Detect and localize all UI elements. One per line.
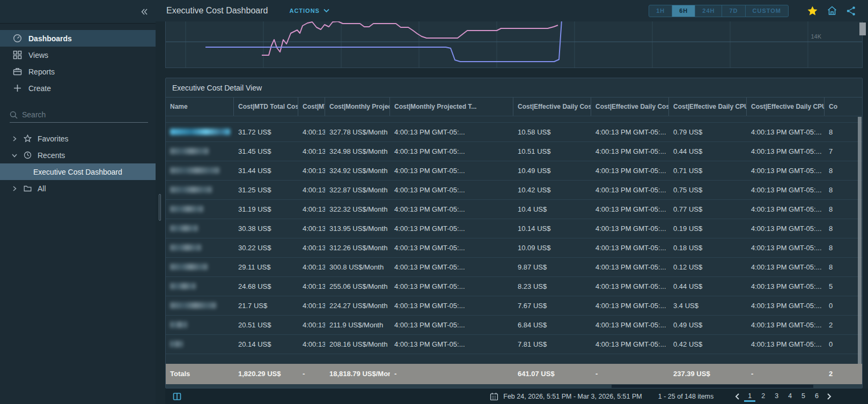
sidebar-item-create[interactable]: Create xyxy=(0,80,156,96)
table-row[interactable]: 31.44 US$4:00:13...324.92 US$/Month4:00:… xyxy=(166,161,862,181)
sidebar-item-dashboards[interactable]: Dashboards xyxy=(0,30,156,47)
date-range-picker[interactable]: Feb 24, 2026, 5:51 PM - Mar 3, 2026, 5:5… xyxy=(490,392,642,401)
chevron-right-icon[interactable] xyxy=(12,186,17,191)
table-row[interactable]: 30.22 US$4:00:13...312.26 US$/Month4:00:… xyxy=(166,238,862,258)
redacted-name-blur xyxy=(170,283,196,289)
table-row[interactable]: 31.25 US$4:00:13...322.87 US$/Month4:00:… xyxy=(166,181,862,200)
table-cell: 10.14 US$ xyxy=(513,219,591,238)
table-cell: 4:00:13 PM GMT-05:... xyxy=(747,238,825,257)
table-cell: 300.8 US$/Month xyxy=(325,258,390,276)
table-cell: 0 xyxy=(825,296,863,315)
sidebar-item-reports[interactable]: Reports xyxy=(0,63,156,80)
items-count-label: 1 - 25 of 148 items xyxy=(658,393,714,400)
table-header-row: NameCost|MTD Total Cost (US$)Cost|MTD...… xyxy=(166,98,862,116)
table-cell: 0.44 US$ xyxy=(669,142,747,161)
table-cell: 10.58 US$ xyxy=(513,123,591,141)
table-cell: 30.22 US$ xyxy=(234,238,298,257)
time-range-1h[interactable]: 1H xyxy=(649,5,672,17)
table-cell: 4:00:13 PM GMT-05:... xyxy=(591,181,669,199)
totals-cell: 641.07 US$ xyxy=(513,364,591,384)
table-cell: 21.7 US$ xyxy=(234,296,298,315)
table-cell: 4:00:13 PM GMT-05:... xyxy=(390,258,513,276)
folder-icon xyxy=(24,184,32,192)
sidebar-item-views[interactable]: Views xyxy=(0,47,156,63)
table-row[interactable]: 20.14 US$4:00:13...208.16 US$/Month4:00:… xyxy=(166,335,862,354)
column-header[interactable]: Co xyxy=(825,98,863,116)
column-header[interactable]: Cost|Effective Daily CPU ... xyxy=(747,98,825,116)
column-header[interactable]: Cost|Effective Daily Cost ... xyxy=(591,98,669,116)
totals-cell: - xyxy=(747,364,825,384)
time-range-group: 1H6H24H7DCUSTOM xyxy=(649,5,789,17)
tree-label: Recents xyxy=(38,151,65,160)
table-cell: 30.38 US$ xyxy=(234,219,298,238)
page-number-3[interactable]: 3 xyxy=(771,391,782,402)
chevron-down-icon[interactable] xyxy=(12,153,17,158)
table-row[interactable]: 21.7 US$4:00:13...224.27 US$/Month4:00:1… xyxy=(166,296,862,316)
page-number-2[interactable]: 2 xyxy=(757,391,769,402)
table-cell: 224.27 US$/Month xyxy=(325,296,390,315)
home-icon[interactable] xyxy=(827,5,837,16)
search-input[interactable]: Search xyxy=(10,110,148,123)
table-cell: 0.77 US$ xyxy=(669,200,747,219)
column-header[interactable]: Cost|Monthly Projected T... xyxy=(390,98,513,116)
sidebar-nav: Dashboards Views Reports Create xyxy=(0,24,156,96)
time-range-7d[interactable]: 7D xyxy=(722,5,745,17)
sidebar-collapse-icon[interactable] xyxy=(141,8,148,16)
table-cell: 322.32 US$/Month xyxy=(325,200,390,219)
prev-page-icon[interactable] xyxy=(732,393,743,400)
table-row[interactable]: 31.19 US$4:00:13...322.32 US$/Month4:00:… xyxy=(166,200,862,219)
chevron-right-icon[interactable] xyxy=(12,136,17,141)
totals-cell: 237.39 US$ xyxy=(669,364,747,384)
tree-item-executive-cost-dashboard[interactable]: Executive Cost Dashboard xyxy=(0,163,156,180)
redacted-name-blur xyxy=(170,225,198,231)
table-cell: 8 xyxy=(825,123,863,141)
column-header[interactable]: Cost|Effective Daily Cost ... xyxy=(513,98,591,116)
table-row[interactable]: 30.38 US$4:00:13...313.95 US$/Month4:00:… xyxy=(166,219,862,238)
table-horizontal-scrollbar[interactable] xyxy=(166,384,862,388)
table-cell: 4:00:13... xyxy=(298,238,325,257)
sidebar: Dashboards Views Reports Create Search xyxy=(0,0,156,404)
column-header[interactable]: Name xyxy=(166,98,234,116)
clock-icon xyxy=(24,151,32,159)
page-number-5[interactable]: 5 xyxy=(798,391,809,402)
tree-item-all[interactable]: All xyxy=(0,180,156,197)
table-vertical-scrollbar[interactable] xyxy=(858,117,862,364)
table-row[interactable]: 20.51 US$4:00:13...211.9 US$/Month4:00:1… xyxy=(166,316,862,335)
redacted-name-blur xyxy=(170,206,203,212)
table-cell: 8 xyxy=(825,200,863,219)
time-range-6h[interactable]: 6H xyxy=(672,5,695,17)
column-header[interactable]: Cost|Effective Daily CPU ... xyxy=(669,98,747,116)
table-row[interactable]: 31.45 US$4:00:13...324.98 US$/Month4:00:… xyxy=(166,142,862,161)
page-number-6[interactable]: 6 xyxy=(811,391,822,402)
table-cell: 4:00:13 PM GMT-05:... xyxy=(591,258,669,276)
column-header[interactable]: Cost|MTD Total Cost (US$) xyxy=(234,98,298,116)
tree-item-favorites[interactable]: Favorites xyxy=(0,130,156,147)
tree-label: All xyxy=(38,184,46,193)
totals-row: Totals1,820.29 US$-18,818.79 US$/Month-6… xyxy=(166,364,862,384)
redacted-name-blur xyxy=(170,341,183,347)
column-header[interactable]: Cost|Monthly Projected T... xyxy=(325,98,390,116)
actions-menu-button[interactable]: ACTIONS xyxy=(289,8,329,14)
share-icon[interactable] xyxy=(846,6,856,16)
page-number-4[interactable]: 4 xyxy=(784,391,796,402)
tree-label: Executive Cost Dashboard xyxy=(33,168,122,176)
next-page-icon[interactable] xyxy=(823,393,835,400)
page-number-1[interactable]: 1 xyxy=(744,391,755,402)
column-header[interactable]: Cost|MTD... xyxy=(298,98,325,116)
time-range-custom[interactable]: CUSTOM xyxy=(745,5,789,17)
scrollbar-thumb[interactable] xyxy=(612,385,813,388)
time-range-24h[interactable]: 24H xyxy=(695,5,722,17)
table-cell: 4:00:13 PM GMT-05:... xyxy=(747,200,825,219)
name-cell-redacted xyxy=(166,238,234,257)
table-row[interactable]: 31.72 US$4:00:13...327.78 US$/Month4:00:… xyxy=(166,123,862,142)
cost-trend-chart[interactable]: 14K xyxy=(165,21,863,68)
tree-item-recents[interactable]: Recents xyxy=(0,147,156,163)
table-row[interactable]: 24.68 US$4:00:13...255.06 US$/Month4:00:… xyxy=(166,277,862,296)
table-row[interactable]: 29.11 US$4:00:13...300.8 US$/Month4:00:1… xyxy=(166,258,862,277)
table-cell: 4:00:13 PM GMT-05:... xyxy=(390,335,513,354)
name-cell-redacted xyxy=(166,123,234,141)
favorite-star-icon[interactable] xyxy=(807,5,818,17)
sidebar-scrollbar[interactable] xyxy=(159,194,161,221)
page-scrollbar-thumb[interactable] xyxy=(859,23,866,35)
column-picker-icon[interactable] xyxy=(173,392,181,401)
